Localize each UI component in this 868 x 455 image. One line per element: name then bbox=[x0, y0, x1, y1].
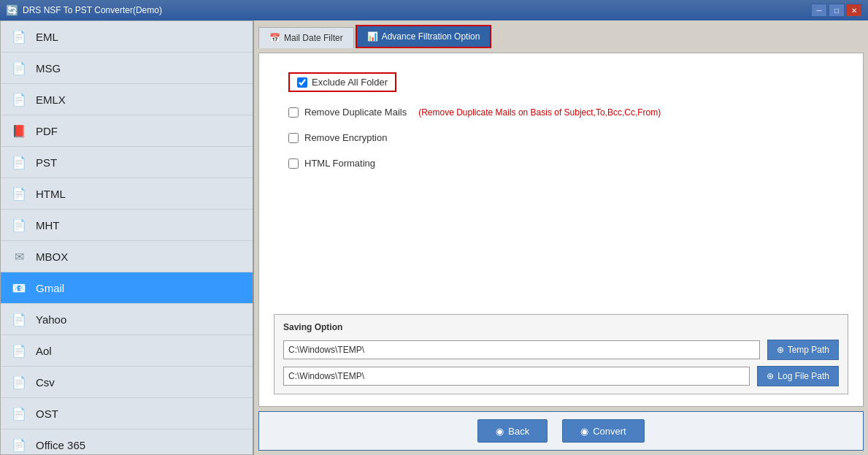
tabs-area: 📅 Mail Date Filter 📊 Advance Filtration … bbox=[258, 25, 864, 48]
convert-icon: ◉ bbox=[580, 426, 588, 437]
app-container: 📄 EML 📄 MSG 📄 EMLX 📕 PDF 📄 PST 📄 HTML 📄 … bbox=[0, 20, 868, 455]
sidebar-item-ost[interactable]: 📄 OST bbox=[1, 398, 253, 429]
pst-icon: 📄 bbox=[9, 153, 28, 172]
sidebar-label-aol: Aol bbox=[36, 345, 52, 357]
ost-icon: 📄 bbox=[9, 404, 28, 423]
csv-icon: 📄 bbox=[9, 372, 28, 391]
log-file-row: ⊕ Log File Path bbox=[283, 366, 839, 386]
remove-encryption-label[interactable]: Remove Encryption bbox=[304, 132, 387, 143]
msg-icon: 📄 bbox=[9, 58, 28, 77]
sidebar-label-msg: MSG bbox=[36, 62, 61, 74]
convert-label: Convert bbox=[593, 426, 626, 437]
sidebar-item-html[interactable]: 📄 HTML bbox=[1, 178, 253, 210]
log-file-path-button[interactable]: ⊕ Log File Path bbox=[757, 366, 839, 386]
remove-duplicate-label[interactable]: Remove Duplicate Mails bbox=[304, 107, 407, 118]
sidebar-label-eml: EML bbox=[36, 31, 58, 43]
sidebar-label-csv: Csv bbox=[36, 376, 55, 389]
restore-button[interactable]: □ bbox=[829, 4, 845, 17]
eml-icon: 📄 bbox=[9, 27, 28, 46]
sidebar-label-pst: PST bbox=[36, 156, 57, 169]
temp-path-row: ⊕ Temp Path bbox=[283, 340, 839, 360]
sidebar-item-gmail[interactable]: 📧 Gmail bbox=[1, 272, 253, 304]
office365-icon: 📄 bbox=[9, 435, 28, 454]
sidebar-item-office365[interactable]: 📄 Office 365 bbox=[1, 429, 253, 455]
sidebar-item-msg[interactable]: 📄 MSG bbox=[1, 53, 253, 84]
sidebar-item-yahoo[interactable]: 📄 Yahoo bbox=[1, 304, 253, 335]
exclude-all-folder-label[interactable]: Exclude All Folder bbox=[312, 77, 388, 88]
sidebar-label-pdf: PDF bbox=[36, 125, 58, 137]
html-formating-checkbox[interactable] bbox=[288, 158, 299, 169]
sidebar-item-emlx[interactable]: 📄 EMLX bbox=[1, 84, 253, 115]
tab-advance-label: Advance Filtration Option bbox=[382, 31, 480, 42]
pdf-icon: 📕 bbox=[9, 121, 28, 140]
sidebar-item-eml[interactable]: 📄 EML bbox=[1, 21, 253, 53]
advance-filtration-icon: 📊 bbox=[367, 31, 378, 42]
back-button[interactable]: ◉ Back bbox=[477, 419, 548, 443]
tab-advance-filtration[interactable]: 📊 Advance Filtration Option bbox=[356, 25, 492, 48]
title-bar-buttons: ─ □ ✕ bbox=[811, 4, 862, 17]
close-button[interactable]: ✕ bbox=[846, 4, 862, 17]
sidebar-item-mbox[interactable]: ✉ MBOX bbox=[1, 241, 253, 272]
sidebar-item-pst[interactable]: 📄 PST bbox=[1, 147, 253, 178]
saving-section: Saving Option ⊕ Temp Path ⊕ Log File Pat… bbox=[274, 314, 848, 394]
sidebar-item-mht[interactable]: 📄 MHT bbox=[1, 210, 253, 241]
tab-mail-date-label: Mail Date Filter bbox=[284, 33, 343, 43]
sidebar-label-office365: Office 365 bbox=[36, 439, 85, 451]
html-formating-row: HTML Formating bbox=[288, 158, 834, 169]
remove-duplicate-hint: (Remove Duplicate Mails on Basis of Subj… bbox=[418, 107, 661, 118]
sidebar-label-mht: MHT bbox=[36, 219, 60, 232]
main-panel: Exclude All Folder Remove Duplicate Mail… bbox=[258, 53, 864, 407]
temp-path-button[interactable]: ⊕ Temp Path bbox=[767, 340, 839, 360]
sidebar-item-csv[interactable]: 📄 Csv bbox=[1, 367, 253, 398]
gmail-icon: 📧 bbox=[9, 278, 28, 297]
sidebar-item-pdf[interactable]: 📕 PDF bbox=[1, 115, 253, 147]
yahoo-icon: 📄 bbox=[9, 310, 28, 329]
sidebar-label-ost: OST bbox=[36, 408, 58, 420]
temp-path-label: Temp Path bbox=[788, 345, 829, 355]
log-file-path-input[interactable] bbox=[283, 367, 750, 386]
sidebar-label-emlx: EMLX bbox=[36, 93, 66, 106]
temp-path-input[interactable] bbox=[283, 340, 760, 359]
convert-button[interactable]: ◉ Convert bbox=[562, 419, 645, 443]
exclude-all-folder-row: Exclude All Folder bbox=[288, 72, 834, 92]
mail-date-filter-icon: 📅 bbox=[269, 33, 280, 43]
title-bar: 🔄 DRS NSF To PST Converter(Demo) ─ □ ✕ bbox=[0, 0, 868, 20]
exclude-all-folder-box: Exclude All Folder bbox=[288, 72, 396, 92]
mht-icon: 📄 bbox=[9, 215, 28, 234]
html-formating-label[interactable]: HTML Formating bbox=[304, 158, 375, 169]
mbox-icon: ✉ bbox=[9, 247, 28, 266]
app-icon: 🔄 bbox=[6, 4, 18, 16]
app-title: DRS NSF To PST Converter(Demo) bbox=[23, 5, 811, 15]
sidebar-label-mbox: MBOX bbox=[36, 251, 68, 263]
exclude-all-folder-checkbox[interactable] bbox=[297, 77, 307, 88]
emlx-icon: 📄 bbox=[9, 90, 28, 109]
log-file-label: Log File Path bbox=[777, 371, 829, 381]
aol-icon: 📄 bbox=[9, 341, 28, 360]
sidebar-label-html: HTML bbox=[36, 188, 66, 200]
main-content: 📅 Mail Date Filter 📊 Advance Filtration … bbox=[254, 20, 868, 455]
remove-duplicate-checkbox[interactable] bbox=[288, 107, 299, 118]
back-icon: ◉ bbox=[496, 426, 504, 437]
bottom-buttons: ◉ Back ◉ Convert bbox=[258, 411, 864, 451]
html-icon: 📄 bbox=[9, 184, 28, 203]
temp-path-icon: ⊕ bbox=[777, 345, 784, 355]
remove-duplicate-row: Remove Duplicate Mails (Remove Duplicate… bbox=[288, 107, 834, 118]
back-label: Back bbox=[508, 426, 529, 437]
remove-encryption-row: Remove Encryption bbox=[288, 132, 834, 143]
tab-mail-date-filter[interactable]: 📅 Mail Date Filter bbox=[258, 27, 354, 48]
sidebar-label-gmail: Gmail bbox=[36, 282, 64, 294]
filter-options-area: Exclude All Folder Remove Duplicate Mail… bbox=[274, 65, 848, 314]
sidebar-label-yahoo: Yahoo bbox=[36, 313, 66, 326]
log-file-icon: ⊕ bbox=[767, 371, 774, 381]
saving-title: Saving Option bbox=[283, 322, 839, 332]
sidebar: 📄 EML 📄 MSG 📄 EMLX 📕 PDF 📄 PST 📄 HTML 📄 … bbox=[0, 20, 254, 455]
remove-encryption-checkbox[interactable] bbox=[288, 133, 299, 143]
minimize-button[interactable]: ─ bbox=[811, 4, 827, 17]
sidebar-item-aol[interactable]: 📄 Aol bbox=[1, 335, 253, 367]
